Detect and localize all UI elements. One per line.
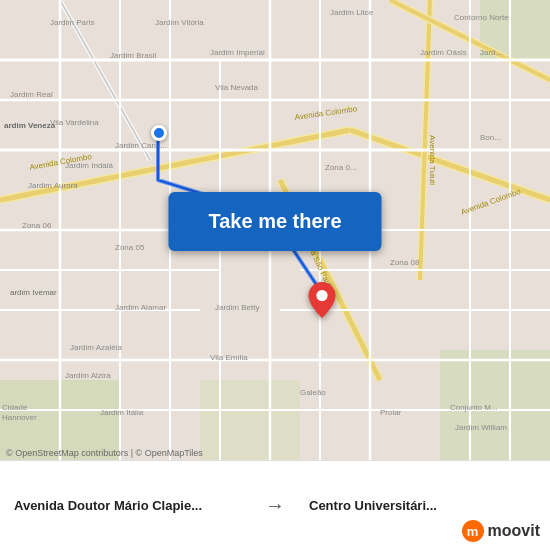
svg-text:Bon...: Bon...	[480, 133, 501, 142]
svg-text:Jardim Litce: Jardim Litce	[330, 8, 374, 17]
moovit-text: moovit	[488, 522, 540, 540]
svg-text:Vila Emília: Vila Emília	[210, 353, 248, 362]
svg-text:Jardim Alzira: Jardim Alzira	[65, 371, 111, 380]
map-attribution: © OpenStreetMap contributors | © OpenMap…	[6, 448, 203, 458]
take-me-there-button[interactable]: Take me there	[168, 192, 381, 251]
origin-section: Avenida Doutor Mário Clapie...	[0, 498, 255, 513]
destination-name: Centro Universitári...	[309, 498, 536, 513]
moovit-icon: m	[462, 520, 484, 542]
svg-text:Galeão: Galeão	[300, 388, 326, 397]
svg-text:ardim Veneza: ardim Veneza	[4, 121, 56, 130]
moovit-logo: m moovit	[462, 520, 540, 542]
svg-text:Zona 08: Zona 08	[390, 258, 420, 267]
svg-text:Vila Nevada: Vila Nevada	[215, 83, 259, 92]
svg-text:Jardim Oásis: Jardim Oásis	[420, 48, 467, 57]
origin-name: Avenida Doutor Mário Clapie...	[14, 498, 241, 513]
svg-text:Jardim Paris: Jardim Paris	[50, 18, 94, 27]
origin-pin	[151, 125, 167, 141]
svg-text:Jardim Azaléia: Jardim Azaléia	[70, 343, 123, 352]
map-container: Jardim Paris Jardim Vitória Jardim Litce…	[0, 0, 550, 460]
svg-text:Avenida Tuiuti: Avenida Tuiuti	[428, 135, 437, 185]
svg-text:ardim Ivemar: ardim Ivemar	[10, 288, 57, 297]
svg-text:Jardim Real: Jardim Real	[10, 90, 53, 99]
svg-text:Conjunto M...: Conjunto M...	[450, 403, 498, 412]
destination-pin	[308, 282, 336, 322]
destination-section: Centro Universitári...	[295, 498, 550, 513]
svg-text:Zona 05: Zona 05	[115, 243, 145, 252]
svg-text:Vila Vardelina: Vila Vardelina	[50, 118, 99, 127]
svg-text:Jardim Betty: Jardim Betty	[215, 303, 259, 312]
arrow-icon: →	[265, 494, 285, 517]
bottom-bar: Avenida Doutor Mário Clapie... → Centro …	[0, 460, 550, 550]
svg-text:Jardim Brasil: Jardim Brasil	[110, 51, 156, 60]
svg-point-77	[316, 290, 327, 301]
svg-text:Jardim Aurora: Jardim Aurora	[28, 181, 78, 190]
svg-text:Jardim Itália: Jardim Itália	[100, 408, 144, 417]
svg-text:Prolar: Prolar	[380, 408, 402, 417]
svg-text:Jardim William: Jardim William	[455, 423, 507, 432]
svg-text:Contorno Norte: Contorno Norte	[454, 13, 509, 22]
svg-rect-4	[200, 380, 300, 460]
svg-text:Zona 06: Zona 06	[22, 221, 52, 230]
svg-text:Jard...: Jard...	[480, 48, 502, 57]
svg-text:Cidade: Cidade	[2, 403, 28, 412]
svg-text:Zona 0...: Zona 0...	[325, 163, 357, 172]
route-arrow: →	[255, 494, 295, 517]
svg-text:Hannover: Hannover	[2, 413, 37, 422]
svg-text:Jardim Vitória: Jardim Vitória	[155, 18, 204, 27]
svg-text:Jardim Imperial: Jardim Imperial	[210, 48, 265, 57]
svg-text:Jardim Alamar: Jardim Alamar	[115, 303, 166, 312]
